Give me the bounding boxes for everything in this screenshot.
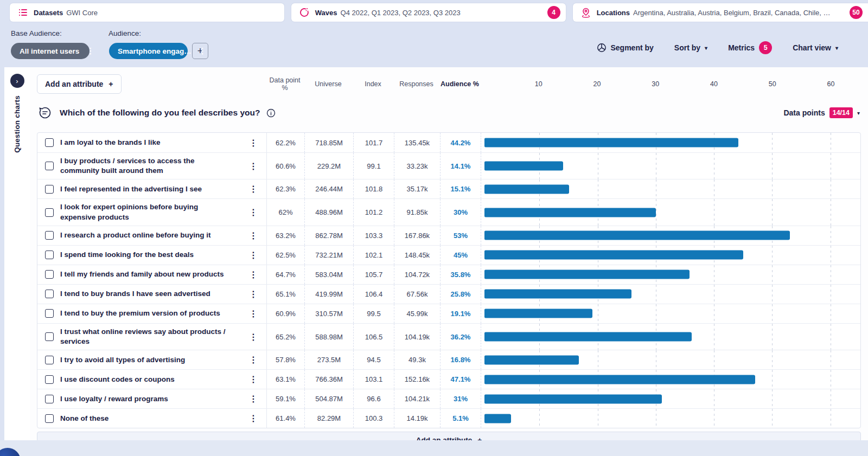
row-kebab-icon[interactable]: ⋮ (244, 161, 263, 171)
bar-chart-cell (481, 285, 860, 304)
segment-by-label: Segment by (611, 43, 654, 52)
audience-bar[interactable] (484, 184, 569, 194)
audience-cell: 31% (440, 389, 481, 408)
row-kebab-icon[interactable]: ⋮ (244, 138, 263, 148)
row-kebab-icon[interactable]: ⋮ (244, 250, 263, 260)
segment-by-button[interactable]: Segment by (597, 43, 654, 53)
audience-bar[interactable] (484, 138, 738, 147)
bar-chart-cell (481, 133, 860, 152)
responses-cell: 45.99k (394, 304, 440, 323)
audience-kebab-icon[interactable]: ⋮ (197, 46, 208, 56)
data-point-cell: 60.6% (266, 153, 304, 179)
audience-cell: 35.8% (440, 265, 481, 284)
audience-bar[interactable] (484, 162, 563, 171)
data-point-cell: 62.3% (266, 179, 304, 198)
row-checkbox[interactable] (45, 414, 54, 423)
responses-cell: 104.21k (394, 389, 440, 408)
waves-card[interactable]: Waves Q4 2022, Q1 2023, Q2 2023, Q3 2023… (291, 3, 566, 22)
locations-card[interactable]: Locations Argentina, Australia, Austria,… (573, 3, 868, 22)
gridline (656, 350, 656, 369)
chart-view-dropdown[interactable]: Chart view ▾ (793, 43, 838, 52)
row-kebab-icon[interactable]: ⋮ (244, 355, 263, 365)
audience-bar[interactable] (484, 270, 690, 279)
audience-cell: 44.2% (440, 133, 481, 152)
universe-cell: 246.44M (304, 179, 353, 198)
row-checkbox[interactable] (45, 332, 54, 341)
row-checkbox[interactable] (45, 290, 54, 298)
row-checkbox[interactable] (45, 395, 54, 403)
row-kebab-icon[interactable]: ⋮ (244, 309, 263, 319)
audience-bar[interactable] (484, 375, 755, 384)
universe-cell: 229.2M (304, 153, 353, 179)
metrics-count-badge: 5 (759, 41, 772, 54)
row-checkbox[interactable] (45, 356, 54, 364)
axis-tick: 50 (769, 80, 776, 88)
universe-cell: 718.85M (304, 133, 353, 152)
row-checkbox[interactable] (45, 270, 54, 279)
attribute-label: I am loyal to the brands I like (60, 138, 233, 147)
metrics-button[interactable]: Metrics 5 (728, 41, 772, 54)
audience-bar[interactable] (484, 309, 592, 318)
base-audience-kebab-icon[interactable]: ⋮ (85, 46, 96, 56)
gridline (772, 246, 773, 265)
attribute-cell: I tend to buy brands I have seen adverti… (37, 285, 266, 304)
row-kebab-icon[interactable]: ⋮ (244, 289, 263, 299)
row-kebab-icon[interactable]: ⋮ (244, 374, 263, 384)
row-kebab-icon[interactable]: ⋮ (244, 413, 263, 423)
row-kebab-icon[interactable]: ⋮ (244, 394, 263, 404)
add-attribute-button-top[interactable]: Add an attribute + (37, 74, 122, 94)
row-kebab-icon[interactable]: ⋮ (244, 207, 263, 217)
audience-bar[interactable] (484, 251, 743, 260)
row-checkbox[interactable] (45, 208, 54, 217)
responses-cell: 91.85k (394, 199, 440, 225)
sort-by-dropdown[interactable]: Sort by ▾ (674, 43, 707, 52)
locations-label: Locations (597, 9, 630, 17)
data-point-cell: 63.2% (266, 226, 304, 245)
row-checkbox[interactable] (45, 231, 54, 240)
row-checkbox[interactable] (45, 375, 54, 384)
bar-chart-cell (481, 304, 860, 323)
index-cell: 99.1 (353, 153, 394, 179)
row-checkbox[interactable] (45, 251, 54, 259)
universe-cell: 588.98M (304, 324, 353, 350)
column-index: Index (353, 80, 393, 88)
audience-bar[interactable] (484, 208, 656, 217)
responses-cell: 148.45k (394, 246, 440, 265)
audience-bar[interactable] (484, 414, 511, 423)
universe-cell: 273.5M (304, 350, 353, 369)
data-point-cell: 62.2% (266, 133, 304, 152)
audience-bar[interactable] (484, 394, 662, 403)
row-kebab-icon[interactable]: ⋮ (244, 332, 263, 342)
row-checkbox[interactable] (45, 162, 54, 170)
datasets-card[interactable]: Datasets GWI Core (10, 3, 284, 22)
gridline (714, 304, 714, 323)
universe-cell: 488.96M (304, 199, 353, 225)
audience-bar[interactable] (484, 231, 790, 240)
row-kebab-icon[interactable]: ⋮ (244, 269, 263, 280)
data-points-label: Data points (783, 108, 825, 117)
audience-cell: 36.2% (440, 324, 481, 350)
universe-cell: 82.29M (304, 409, 353, 428)
audience-bar[interactable] (484, 290, 631, 299)
bar-chart-cell (481, 324, 860, 350)
info-icon[interactable] (266, 108, 276, 118)
gridline (714, 153, 714, 179)
gridline (598, 179, 598, 198)
row-checkbox[interactable] (45, 309, 54, 318)
expand-rail-button[interactable]: › (10, 74, 24, 88)
attribute-label: I look for expert opinions before buying… (60, 202, 233, 222)
datasets-label: Datasets (34, 9, 63, 17)
gridline (772, 265, 773, 284)
audience-pill[interactable]: Smartphone engag… ⋮ (109, 43, 188, 59)
row-kebab-icon[interactable]: ⋮ (244, 230, 263, 241)
base-audience-pill[interactable]: All internet users ⋮ (11, 43, 90, 59)
data-points-dropdown[interactable]: Data points 14/14 ▾ (783, 107, 860, 118)
audience-bar[interactable] (484, 332, 692, 342)
chat-fab-button[interactable] (0, 448, 21, 456)
data-point-cell: 65.1% (266, 285, 304, 304)
column-universe: Universe (304, 80, 353, 88)
row-kebab-icon[interactable]: ⋮ (244, 184, 263, 194)
row-checkbox[interactable] (45, 138, 54, 147)
row-checkbox[interactable] (45, 185, 54, 194)
audience-bar[interactable] (484, 355, 579, 364)
